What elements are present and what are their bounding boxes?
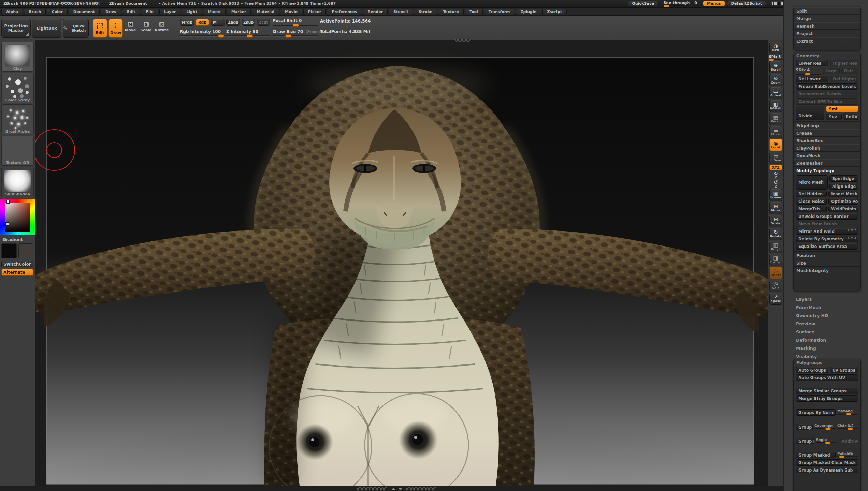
- menu-item[interactable]: Transform: [484, 9, 515, 15]
- del-lower-button[interactable]: Del Lower: [796, 76, 828, 82]
- right-shelf-button[interactable]: ▭ Actual: [769, 87, 782, 99]
- uv-groups-button[interactable]: Uv Groups: [830, 367, 858, 373]
- optimize-points-button[interactable]: Optimize Points: [828, 198, 858, 205]
- right-shelf-button[interactable]: ▦ PolyF: [769, 241, 782, 253]
- focal-shift-slider[interactable]: [273, 25, 318, 26]
- rgb-button[interactable]: Rgb: [196, 19, 209, 26]
- lower-res-button[interactable]: Lower Res: [796, 60, 828, 66]
- quick-sketch-button[interactable]: ✎ Quick Sketch: [63, 19, 89, 38]
- menu-item[interactable]: Preferences: [327, 9, 362, 15]
- modify-topology-toggle[interactable]: Modify Topology: [794, 167, 860, 174]
- alpha-thumbnail[interactable]: BrushAlpha: [1, 104, 34, 134]
- groups-by-normals-button[interactable]: Groups By Normals: [796, 409, 836, 416]
- menu-item[interactable]: Color: [47, 9, 67, 15]
- mergetris-button[interactable]: MergeTris: [796, 206, 827, 212]
- m-button[interactable]: M: [211, 19, 225, 26]
- right-shelf-button[interactable]: ⊙ Zoom: [769, 74, 782, 86]
- right-shelf-button[interactable]: ↻ Y: [769, 171, 782, 179]
- sdiv-slider[interactable]: SDiv 4: [796, 68, 821, 75]
- document-canvas[interactable]: [35, 40, 768, 486]
- z-intensity-slider[interactable]: [226, 35, 270, 36]
- close-holes-button[interactable]: Close Holes: [796, 198, 827, 205]
- stroke-thumbnail[interactable]: Color Spray: [1, 73, 34, 103]
- claypolish-toggle[interactable]: ClayPolish: [794, 144, 860, 152]
- canvas-h-scrollbar[interactable]: [455, 39, 470, 42]
- mirror-and-weld-button[interactable]: Mirror And Weld x y z: [796, 228, 858, 235]
- scroll-down-icon[interactable]: [398, 488, 403, 490]
- palette-section[interactable]: Layers: [793, 295, 861, 303]
- del-higher-button[interactable]: Del Higher: [830, 76, 858, 82]
- sv-selector[interactable]: [5, 222, 9, 226]
- position-toggle[interactable]: Position: [794, 252, 860, 259]
- hue-selector[interactable]: [6, 200, 10, 204]
- palette-section[interactable]: Preview: [793, 320, 861, 328]
- texture-thumbnail[interactable]: Texture Off: [1, 136, 34, 166]
- dynamesh-toggle[interactable]: DynaMesh: [794, 152, 860, 159]
- mesh-from-brush-button[interactable]: Mesh From Brush: [796, 221, 858, 227]
- menu-item[interactable]: File: [141, 9, 158, 15]
- menu-item[interactable]: Brush: [24, 9, 46, 15]
- menu-item[interactable]: Draw: [101, 9, 121, 15]
- alternate-button[interactable]: Alternate: [1, 269, 33, 276]
- lightbox-button[interactable]: LightBox: [32, 19, 61, 38]
- auto-groups-button[interactable]: Auto Groups: [796, 367, 828, 373]
- smt-button[interactable]: Smt: [826, 106, 858, 112]
- menu-item[interactable]: Stroke: [414, 9, 437, 15]
- menu-item[interactable]: Zplugin: [516, 9, 541, 15]
- zsub-button[interactable]: Zsub: [242, 19, 255, 26]
- bottom-scrollbar-left[interactable]: [357, 487, 387, 490]
- right-shelf-button[interactable]: ▣ Frame: [769, 189, 782, 201]
- palette-section[interactable]: Geometry HD: [793, 312, 861, 319]
- menu-item[interactable]: Zscript: [542, 9, 567, 15]
- default-zscript-button[interactable]: DefaultZScript: [727, 1, 766, 6]
- menu-item[interactable]: Material: [252, 9, 279, 15]
- right-shelf-button[interactable]: ⊟ Scale: [769, 215, 782, 227]
- group-masked-clear-button[interactable]: Group Masked Clear Mask: [796, 459, 858, 466]
- unweld-groups-button[interactable]: Unweld Groups Border: [796, 213, 858, 220]
- zadd-button[interactable]: Zadd: [226, 19, 240, 26]
- freeze-subdivision-button[interactable]: Freeze SubDivision Levels: [796, 83, 858, 90]
- rotate-button[interactable]: R Rotate: [154, 22, 169, 32]
- main-color-swatch[interactable]: [1, 243, 17, 258]
- right-shelf-button[interactable]: ◨ Transp: [769, 254, 782, 266]
- reconstruct-subdiv-button[interactable]: Reconstruct Subdiv: [796, 91, 858, 97]
- right-shelf-button[interactable]: ▦ Persp: [769, 113, 782, 125]
- move-button[interactable]: M Move: [124, 22, 137, 32]
- right-shelf-button[interactable]: ↺ Z: [769, 180, 782, 188]
- convert-bpr-button[interactable]: Convert BPR To Geo: [796, 98, 858, 105]
- groupvisible-button[interactable]: GroupVisible: [796, 424, 813, 430]
- switch-color-button[interactable]: SwitchColor: [1, 261, 33, 267]
- menu-item[interactable]: Macro: [203, 9, 226, 15]
- see-through-control[interactable]: See-through 0: [663, 1, 697, 6]
- weldpoints-button[interactable]: WeldPoints: [828, 206, 858, 212]
- edit-button[interactable]: Edit: [93, 19, 107, 38]
- menu-item[interactable]: Marker: [227, 9, 251, 15]
- maxang-slider[interactable]: MaxAng: [837, 409, 858, 416]
- geometry-header[interactable]: Geometry: [794, 52, 860, 59]
- palette-toggle[interactable]: Merge: [794, 15, 860, 22]
- group-as-dynamesh-button[interactable]: Group As Dynamesh Sub: [796, 467, 858, 473]
- merge-similar-groups-button[interactable]: Merge Similar Groups: [796, 388, 858, 394]
- palette-section[interactable]: Masking: [793, 344, 861, 352]
- menu-item[interactable]: Texture: [438, 9, 464, 15]
- palette-toggle[interactable]: Split: [794, 7, 860, 15]
- projection-master-button[interactable]: Projection Master: [1, 19, 31, 38]
- scroll-up-icon[interactable]: [391, 488, 396, 490]
- bpr-render-button[interactable]: ◑ BPR: [769, 42, 782, 54]
- meshintegrity-toggle[interactable]: MeshIntegrity: [794, 267, 860, 274]
- color-picker[interactable]: [0, 199, 35, 235]
- menu-item[interactable]: Picker: [303, 9, 326, 15]
- right-shelf-button[interactable]: ⊕ Scroll: [769, 61, 782, 73]
- right-shelf-button[interactable]: ◎ Solo: [769, 280, 782, 292]
- align-edge-button[interactable]: Align Edge: [829, 183, 858, 190]
- auto-groups-uv-button[interactable]: Auto Groups With UV: [796, 374, 858, 381]
- suv-button[interactable]: Suv: [826, 114, 841, 120]
- palette-section[interactable]: FiberMesh: [793, 303, 861, 311]
- micro-mesh-button[interactable]: Micro Mesh: [796, 175, 828, 190]
- palette-toggle[interactable]: Project: [794, 30, 860, 37]
- menu-item[interactable]: Tool: [465, 9, 483, 15]
- menu-item[interactable]: Edit: [122, 9, 140, 15]
- mrgb-button[interactable]: Mrgb: [180, 19, 194, 26]
- palette-section[interactable]: Surface: [793, 328, 861, 336]
- quicksave-button[interactable]: QuickSave: [628, 1, 659, 6]
